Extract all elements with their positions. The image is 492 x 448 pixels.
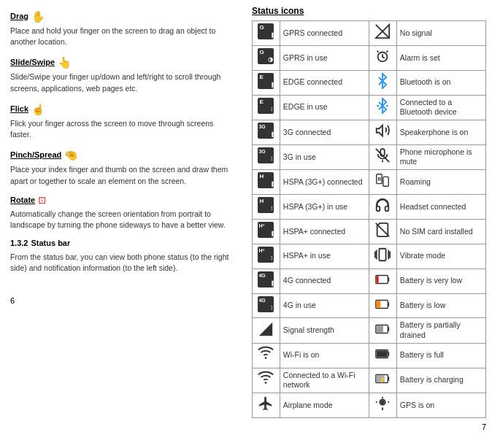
slide-icon: 👆 bbox=[58, 55, 72, 70]
left-label-2: EDGE connected bbox=[280, 70, 369, 95]
left-icon-7: H ↕ bbox=[253, 195, 280, 220]
table-row: Connected to a Wi-Fi network ⚡ Battery i… bbox=[253, 368, 486, 393]
left-label-7: HSPA (3G+) in use bbox=[280, 195, 369, 220]
left-icon-9: H⁺ ↕ bbox=[253, 244, 280, 269]
right-icon-3 bbox=[369, 95, 396, 120]
left-icon-2: E ▐ bbox=[253, 70, 280, 95]
left-icon-14 bbox=[253, 368, 280, 393]
flick-content: Flick your finger across the screen to m… bbox=[10, 118, 236, 140]
left-label-0: GPRS connected bbox=[280, 21, 369, 46]
right-icon-14: ⚡ bbox=[369, 368, 396, 393]
left-label-13: Wi-Fi is on bbox=[280, 343, 369, 368]
left-icon-12 bbox=[253, 318, 280, 343]
right-label-3: Connected to a Bluetooth device bbox=[396, 95, 485, 120]
svg-point-27 bbox=[265, 382, 267, 384]
left-label-11: 4G in use bbox=[280, 293, 369, 318]
left-label-3: EDGE in use bbox=[280, 95, 369, 120]
table-row: G ◑ GPRS in use Alarm is set bbox=[253, 45, 486, 70]
right-icon-1 bbox=[369, 45, 396, 70]
left-label-6: HSPA (3G+) connected bbox=[280, 170, 369, 195]
table-row: 4G ↕ 4G in use Battery is low bbox=[253, 293, 486, 318]
drag-content: Place and hold your finger on the screen… bbox=[10, 26, 236, 47]
table-row: 4G ▐ 4G connected Battery is very low bbox=[253, 269, 486, 293]
right-label-15: GPS is on bbox=[396, 393, 485, 417]
right-icon-13 bbox=[369, 343, 396, 368]
flick-icon: ☝ bbox=[31, 101, 45, 117]
svg-rect-18 bbox=[377, 276, 379, 282]
rotate-content: Automatically change the screen orientat… bbox=[10, 209, 236, 231]
left-icon-10: 4G ▐ bbox=[253, 269, 280, 293]
drag-icon: ✋ bbox=[31, 9, 45, 24]
left-label-14: Connected to a Wi-Fi network bbox=[280, 368, 369, 393]
rotate-title: Rotate bbox=[10, 195, 35, 206]
right-label-2: Bluetooth is on bbox=[396, 70, 485, 95]
svg-text:R: R bbox=[378, 177, 382, 182]
right-icon-6: R bbox=[369, 170, 396, 195]
right-label-4: Speakerphone is on bbox=[396, 120, 485, 144]
left-label-5: 3G in use bbox=[280, 144, 369, 169]
table-row: Wi-Fi is on Battery is full bbox=[253, 343, 486, 368]
right-icon-0 bbox=[369, 21, 396, 46]
svg-rect-26 bbox=[377, 350, 388, 357]
right-label-12: Battery is partially drained bbox=[396, 318, 485, 343]
svg-marker-21 bbox=[259, 322, 272, 335]
right-icon-4 bbox=[369, 120, 396, 144]
right-label-0: No signal bbox=[396, 21, 485, 46]
right-icon-9 bbox=[369, 244, 396, 269]
table-row: H⁺ ↕ HSPA+ in use Vibrate mode bbox=[253, 244, 486, 269]
right-icon-7 bbox=[369, 195, 396, 220]
left-icon-8: H⁺ ▐ bbox=[253, 219, 280, 244]
right-icon-2 bbox=[369, 70, 396, 95]
pinch-icon: 🤏 bbox=[64, 147, 78, 163]
svg-text:⚡: ⚡ bbox=[380, 375, 388, 383]
subsection-num: 1.3.2 bbox=[10, 238, 28, 249]
left-icon-3: E ↕ bbox=[253, 95, 280, 120]
svg-rect-23 bbox=[377, 325, 383, 332]
right-label-13: Battery is full bbox=[396, 343, 485, 368]
svg-point-32 bbox=[382, 401, 385, 403]
right-label-9: Vibrate mode bbox=[396, 244, 485, 269]
right-icon-8 bbox=[369, 219, 396, 244]
table-row: H ↕ HSPA (3G+) in use Headset connected bbox=[253, 195, 486, 220]
status-icons-heading: Status icons bbox=[252, 6, 486, 16]
right-label-5: Phone microphone is mute bbox=[396, 144, 485, 169]
table-row: E ▐ EDGE connected Bluetooth is on bbox=[253, 70, 486, 95]
svg-point-4 bbox=[386, 104, 388, 107]
left-icon-13 bbox=[253, 343, 280, 368]
left-panel: Drag ✋ Place and hold your finger on the… bbox=[0, 0, 246, 448]
status-icons-table: G ▐ GPRS connected No signal G ◑ GPRS in… bbox=[252, 20, 486, 418]
slide-content: Slide/Swipe your finger up/down and left… bbox=[10, 72, 236, 93]
drag-section: Drag ✋ Place and hold your finger on the… bbox=[10, 9, 236, 47]
status-bar-section: 1.3.2 Status bar From the status bar, yo… bbox=[10, 238, 236, 274]
svg-rect-9 bbox=[383, 177, 388, 187]
right-icon-5 bbox=[369, 144, 396, 169]
table-row: 3G ▐ 3G connected Speakerphone is on bbox=[253, 120, 486, 144]
pinch-title: Pinch/Spread bbox=[10, 150, 61, 161]
slide-section: Slide/Swipe 👆 Slide/Swipe your finger up… bbox=[10, 55, 236, 93]
drag-title: Drag bbox=[10, 11, 28, 22]
rotate-icon: ⊡ bbox=[38, 194, 46, 207]
right-page-num: 7 bbox=[482, 422, 486, 431]
table-row: Airplane mode GPS is on bbox=[253, 393, 486, 417]
right-label-6: Roaming bbox=[396, 170, 485, 195]
left-icon-15 bbox=[253, 393, 280, 417]
left-icon-6: H ▐ bbox=[253, 170, 280, 195]
left-label-10: 4G connected bbox=[280, 269, 369, 293]
svg-rect-20 bbox=[377, 301, 381, 307]
left-label-8: HSPA+ connected bbox=[280, 219, 369, 244]
left-label-12: Signal strength bbox=[280, 318, 369, 343]
subsection-title: Status bar bbox=[31, 238, 70, 249]
left-icon-11: 4G ↕ bbox=[253, 293, 280, 318]
right-panel: Status icons G ▐ GPRS connected No signa… bbox=[246, 0, 492, 448]
flick-section: Flick ☝ Flick your finger across the scr… bbox=[10, 101, 236, 140]
right-icon-12 bbox=[369, 318, 396, 343]
svg-rect-12 bbox=[380, 249, 386, 261]
right-icon-15 bbox=[369, 393, 396, 417]
left-icon-0: G ▐ bbox=[253, 21, 280, 46]
table-row: G ▐ GPRS connected No signal bbox=[253, 21, 486, 46]
flick-title: Flick bbox=[10, 104, 28, 115]
left-label-15: Airplane mode bbox=[280, 393, 369, 417]
left-label-4: 3G connected bbox=[280, 120, 369, 144]
right-label-11: Battery is low bbox=[396, 293, 485, 318]
right-label-8: No SIM card installed bbox=[396, 219, 485, 244]
